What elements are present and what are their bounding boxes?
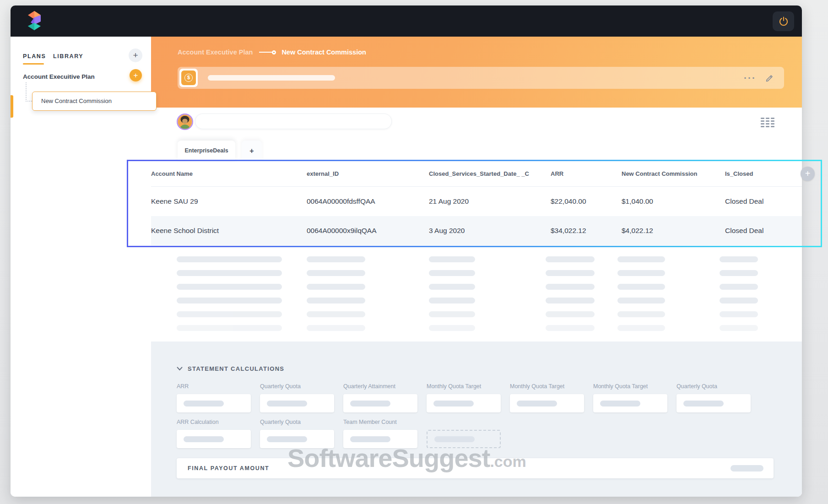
calc-field[interactable]: Quarterly Attainment — [343, 383, 417, 412]
more-options-icon[interactable]: ··· — [744, 76, 756, 80]
calc-field[interactable]: Monthly Quota Target — [593, 383, 667, 412]
add-column-button[interactable]: + — [801, 167, 815, 181]
cell-external-id: 0064A00000fdsffQAA — [307, 197, 429, 206]
skeleton-row — [151, 298, 802, 303]
cell-arr: $34,022.12 — [551, 227, 622, 235]
sidebar-item-account-executive-plan[interactable]: Account Execuitive Plan — [23, 73, 95, 80]
skeleton-row — [151, 270, 802, 276]
cell-closed-date: 21 Aug 2020 — [429, 197, 551, 206]
calc-field[interactable]: Team Member Count — [343, 419, 417, 448]
skeleton-pill — [617, 311, 665, 317]
skeleton-pill — [429, 284, 475, 290]
app-window: PLANS LIBRARY + Account Execuitive Plan … — [11, 5, 802, 497]
active-tab-underline — [23, 63, 44, 65]
cell-commission: $4,022.12 — [622, 227, 725, 235]
final-payout-bar: FINAL PAYOUT AMOUNT — [177, 458, 774, 478]
calc-field[interactable]: Quarterly Quota — [260, 419, 334, 448]
dollar-badge: $ — [179, 69, 198, 87]
statement-calculations-section: STATEMENT CALCULATIONS ARR Quarterly Quo… — [151, 341, 802, 497]
skeleton-row — [151, 256, 802, 262]
skeleton-pill — [307, 311, 365, 317]
skeleton-pill — [720, 298, 758, 303]
cell-commission: $1,040.00 — [622, 197, 725, 206]
column-header[interactable]: external_ID — [307, 170, 429, 177]
skeleton-row — [151, 311, 802, 317]
sheet-area: EnterpriseDeals + Account Name external_… — [151, 108, 802, 341]
section-title: STATEMENT CALCULATIONS — [188, 365, 284, 372]
column-header[interactable]: New Contract Commission — [622, 170, 725, 177]
skeleton-pill — [429, 270, 475, 276]
skeleton-pill — [307, 325, 365, 331]
title-placeholder — [208, 75, 335, 81]
plan-header: Account Executive Plan New Contract Comm… — [151, 37, 802, 108]
add-plan-button[interactable]: + — [129, 49, 142, 62]
calc-field[interactable]: Monthly Quota Target — [427, 383, 501, 412]
skeleton-pill — [177, 284, 282, 290]
column-header[interactable]: Account Name — [151, 170, 307, 177]
spiff-logo-icon[interactable] — [27, 11, 42, 31]
selected-item-indicator — [11, 95, 13, 118]
add-plan-component-button[interactable]: + — [130, 69, 142, 81]
calc-fields-row-1: ARR Quarterly Quota Quarterly Attainment… — [177, 383, 802, 412]
skeleton-pill — [720, 256, 758, 262]
power-button[interactable] — [773, 11, 794, 31]
loading-skeleton-rows — [151, 256, 802, 339]
column-header[interactable]: ARR — [551, 170, 622, 177]
skeleton-pill — [546, 311, 595, 317]
breadcrumb: Account Executive Plan New Contract Comm… — [178, 49, 366, 56]
calc-field[interactable]: ARR Calculation — [177, 419, 251, 448]
page: PLANS LIBRARY + Account Execuitive Plan … — [0, 0, 828, 504]
cell-external-id: 0064A00000x9ilqQAA — [307, 227, 429, 235]
tab-enterprise-deals[interactable]: EnterpriseDeals — [178, 141, 235, 161]
final-payout-label: FINAL PAYOUT AMOUNT — [188, 465, 269, 471]
topbar — [11, 5, 802, 37]
skeleton-pill — [720, 325, 758, 331]
search-input[interactable] — [195, 114, 392, 129]
calc-field[interactable]: Monthly Quota Target — [510, 383, 584, 412]
skeleton-pill — [177, 256, 282, 262]
skeleton-pill — [177, 298, 282, 303]
grid-view-icon[interactable] — [761, 118, 774, 130]
calc-field[interactable]: Quarterly Quota — [260, 383, 334, 412]
add-sheet-tab-button[interactable]: + — [242, 141, 262, 161]
power-icon — [779, 16, 789, 26]
tree-connector — [26, 82, 32, 102]
dollar-coin-icon: $ — [181, 70, 196, 85]
table-row[interactable]: Keene School District 0064A00000x9ilqQAA… — [151, 216, 802, 245]
skeleton-pill — [307, 298, 365, 303]
skeleton-pill — [307, 270, 365, 276]
skeleton-pill — [307, 284, 365, 290]
cell-closed-date: 3 Aug 2020 — [429, 227, 551, 235]
tab-library[interactable]: LIBRARY — [53, 53, 83, 60]
skeleton-pill — [546, 298, 595, 303]
skeleton-pill — [546, 256, 595, 262]
section-title-row[interactable]: STATEMENT CALCULATIONS — [177, 341, 802, 372]
skeleton-pill — [617, 325, 665, 331]
skeleton-pill — [720, 270, 758, 276]
cell-account-name: Keene SAU 29 — [151, 197, 307, 206]
card-actions: ··· — [744, 74, 774, 82]
main-content: Account Executive Plan New Contract Comm… — [151, 37, 802, 497]
cell-is-closed: Closed Deal — [725, 197, 802, 206]
commission-summary-card[interactable]: $ ··· — [178, 67, 784, 89]
skeleton-pill — [177, 311, 282, 317]
tab-plans[interactable]: PLANS — [23, 53, 46, 60]
sidebar-item-label: New Contract Commission — [41, 98, 112, 104]
edit-icon[interactable] — [765, 74, 774, 82]
calc-field[interactable]: ARR — [177, 383, 251, 412]
user-avatar[interactable] — [177, 114, 193, 130]
skeleton-pill — [720, 311, 758, 317]
table-header-row: Account Name external_ID Closed_Services… — [151, 161, 802, 187]
column-header[interactable]: Closed_Services_Started_Date_ _C — [429, 170, 551, 177]
table-row[interactable]: Keene SAU 29 0064A00000fdsffQAA 21 Aug 2… — [151, 187, 802, 216]
skeleton-pill — [429, 298, 475, 303]
deals-table: Account Name external_ID Closed_Services… — [151, 161, 802, 245]
calc-field[interactable]: Quarterly Quota — [676, 383, 751, 412]
calc-field-empty[interactable] — [427, 419, 501, 448]
breadcrumb-parent[interactable]: Account Executive Plan — [178, 49, 253, 56]
sidebar-item-new-contract-commission[interactable]: New Contract Commission — [32, 92, 157, 111]
skeleton-pill — [617, 298, 665, 303]
cell-is-closed: Closed Deal — [725, 227, 802, 235]
column-header[interactable]: Is_Closed — [725, 170, 802, 177]
skeleton-pill — [429, 311, 475, 317]
